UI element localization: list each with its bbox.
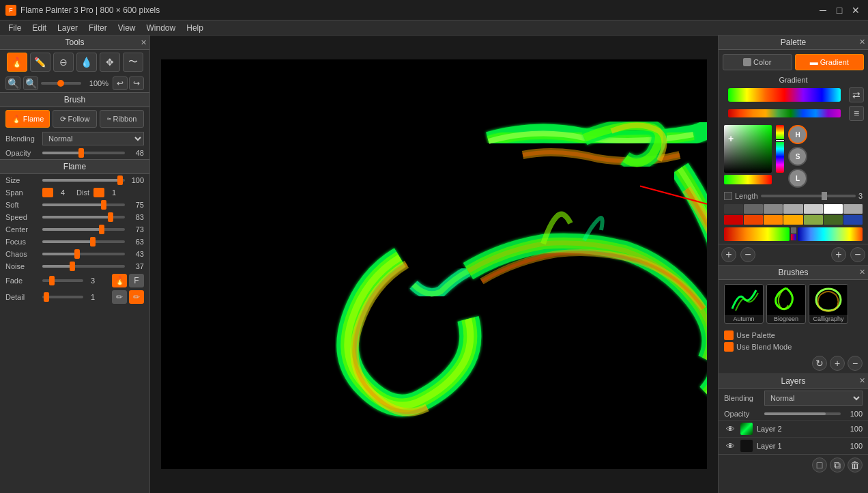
redo-button[interactable]: ↪ [129,76,144,90]
dist-box[interactable] [93,188,104,197]
gradient-strip-swatches[interactable] [728,109,841,117]
size-slider[interactable] [42,175,125,185]
swatch[interactable] [843,215,863,225]
layer-delete-button[interactable]: 🗑 [848,457,863,473]
swatch[interactable] [804,215,823,225]
dropper-tool-button[interactable]: 💧 [76,53,97,72]
center-slider[interactable] [42,225,125,234]
fade-icon-1[interactable]: 🔥 [112,274,127,287]
swatch[interactable] [744,204,763,214]
undo-button[interactable]: ↩ [113,76,128,90]
swatch[interactable] [724,204,743,214]
use-blend-mode-checkbox[interactable] [724,342,734,352]
fade-icon-2[interactable]: F [129,274,144,287]
layers-close[interactable]: ✕ [859,376,865,385]
brush-remove-button[interactable]: − [848,356,863,371]
swatch[interactable] [764,204,783,214]
close-button[interactable]: ✕ [849,3,863,17]
swatch[interactable] [724,215,743,225]
minimize-button[interactable]: ─ [816,3,830,17]
brush-add-button[interactable]: + [830,356,845,371]
remove-gradient-right-button[interactable]: − [850,247,865,262]
brush-calligraphy[interactable]: Calligraphy [809,284,848,324]
add-gradient-right-button[interactable]: + [831,247,846,262]
length-checkbox[interactable] [724,192,732,200]
detail-icon-1[interactable]: ✏ [112,290,127,304]
follow-mode-button[interactable]: ⟳ Follow [53,110,97,128]
hue-slider[interactable] [776,125,784,173]
swatch[interactable] [783,215,802,225]
layer-1-visibility[interactable]: 👁 [724,440,736,452]
detail-slider[interactable] [42,296,83,298]
maximize-button[interactable]: □ [833,3,846,17]
length-slider[interactable] [761,195,856,197]
zoom-out-button[interactable]: 🔍 [5,76,20,90]
swatch[interactable] [783,204,802,214]
hue-button[interactable]: H [788,125,807,144]
swatch[interactable] [744,215,763,225]
chaos-slider[interactable] [42,249,125,259]
layer-duplicate-button[interactable]: ⧉ [830,457,845,473]
layer-blending-select[interactable]: Normal Multiply Screen [764,391,863,406]
color-square[interactable]: + [724,125,772,173]
brush-biogreen[interactable]: Biogreen [766,284,806,324]
layer-opacity-slider[interactable] [764,412,841,415]
use-palette-checkbox[interactable] [724,330,734,340]
layer-2-visibility[interactable]: 👁 [724,423,736,435]
swatch[interactable] [843,204,863,214]
blending-select[interactable]: Normal Multiply Screen Overlay [42,132,144,145]
gradient-list-button[interactable] [791,227,796,234]
menu-help[interactable]: Help [181,22,209,34]
soft-slider[interactable] [42,200,125,210]
saturation-button[interactable]: S [788,147,807,166]
zoom-slider[interactable] [41,82,81,85]
color-mode-button[interactable]: Color [723,54,792,70]
gradient-strip-main[interactable] [728,88,841,102]
swatch[interactable] [824,204,843,214]
swatch[interactable] [824,215,843,225]
menu-view[interactable]: View [113,22,141,34]
ribbon-mode-button[interactable]: ≈ Ribbon [100,110,144,128]
remove-gradient-button[interactable]: − [740,247,755,262]
flame-mode-button[interactable]: 🔥 Flame [5,110,50,128]
gradient-swatch[interactable] [798,227,863,241]
brush-autumn[interactable]: Autumn [724,284,764,324]
zoom-in-button[interactable]: 🔍 [23,76,38,90]
layer-new-button[interactable]: □ [812,457,827,473]
hue-strip[interactable] [724,175,772,184]
opacity-slider[interactable] [42,148,125,158]
menu-filter[interactable]: Filter [83,22,113,34]
swatch[interactable] [804,204,823,214]
add-gradient-button[interactable]: + [721,247,736,262]
gradient-swatch-small[interactable] [791,234,796,240]
flame-tool-button[interactable]: 🔥 [7,53,27,72]
gradient-swatch[interactable] [724,227,790,241]
menu-window[interactable]: Window [141,22,182,34]
layer-row-2[interactable]: 👁 Layer 2 100 [719,420,868,437]
noise-slider[interactable] [42,262,125,271]
eraser-tool-button[interactable]: ⊖ [53,53,74,72]
layer-row-1[interactable]: 👁 Layer 1 100 [719,437,868,454]
swatch[interactable] [764,215,783,225]
pencil-tool-button[interactable]: ✏️ [30,53,50,72]
palette-close[interactable]: ✕ [859,38,865,46]
transform-tool-button[interactable]: 〜 [123,53,143,72]
brushes-close[interactable]: ✕ [859,268,865,277]
canvas[interactable] [161,59,707,469]
gradient-menu-button[interactable]: ≡ [849,106,864,121]
menu-edit[interactable]: Edit [27,22,52,34]
move-tool-button[interactable]: ✥ [100,53,120,72]
focus-slider[interactable] [42,237,125,246]
detail-icon-2[interactable]: ✏ [129,290,144,304]
fade-slider[interactable] [42,279,83,282]
span-box[interactable] [42,188,53,197]
brush-refresh-button[interactable]: ↻ [812,356,827,371]
lightness-button[interactable]: L [788,169,807,188]
gradient-mode-button[interactable]: ▬ Gradient [795,54,865,70]
canvas-area[interactable] [150,36,718,493]
speed-slider[interactable] [42,212,125,222]
menu-layer[interactable]: Layer [52,22,83,34]
menu-file[interactable]: File [3,22,27,34]
gradient-import-button[interactable]: ⇄ [849,87,864,102]
tools-close-button[interactable]: ✕ [141,38,147,47]
